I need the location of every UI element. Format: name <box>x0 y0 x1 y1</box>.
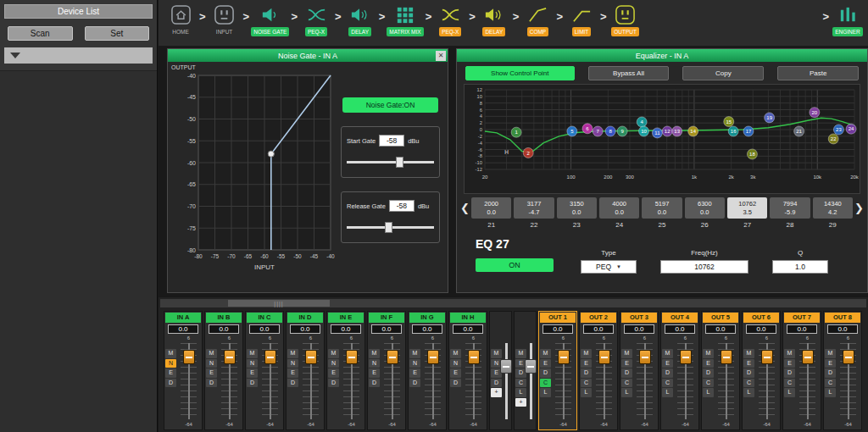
eq-button[interactable]: E <box>621 359 632 368</box>
mute-button[interactable]: M <box>581 349 592 358</box>
comp-button[interactable]: C <box>825 379 836 388</box>
limit-button[interactable]: L <box>825 388 836 397</box>
limit-button[interactable]: L <box>662 388 673 397</box>
eq-point-23[interactable]: 23 <box>833 125 843 135</box>
module-limit[interactable]: LIMIT <box>563 3 600 36</box>
channel-label[interactable]: IN E <box>328 313 364 323</box>
limit-button[interactable]: L <box>515 388 526 397</box>
delay-button[interactable]: D <box>450 379 461 388</box>
release-gate-slider[interactable] <box>347 221 434 234</box>
fader[interactable]: 6-64 <box>714 335 738 427</box>
fader-handle[interactable] <box>680 350 692 364</box>
eq-point-13[interactable]: 13 <box>672 126 682 136</box>
channel-label[interactable]: OUT 8 <box>825 313 860 323</box>
fader[interactable]: 6-64 <box>339 335 364 427</box>
channel-gain-value[interactable]: 0.0 <box>290 324 320 334</box>
comp-button[interactable]: C <box>581 379 592 388</box>
delay-button[interactable]: D <box>825 368 836 378</box>
eq-point-11[interactable]: 11 <box>652 128 662 138</box>
fader[interactable]: 6-64 <box>836 335 860 427</box>
mute-button[interactable]: M <box>409 349 420 358</box>
channel-label[interactable]: IN B <box>206 313 242 323</box>
set-button[interactable]: Set <box>85 26 150 41</box>
eq-button[interactable]: E <box>369 368 380 378</box>
show-control-point-button[interactable]: Show Control Point <box>465 66 575 80</box>
eq-button[interactable]: E <box>743 359 754 368</box>
release-gate-value[interactable]: -58 <box>389 200 415 212</box>
limit-button[interactable]: L <box>621 388 632 397</box>
eq-point-10[interactable]: 10 <box>638 126 648 136</box>
eq-point-5[interactable]: 5 <box>567 126 577 136</box>
fader[interactable]: 6-64 <box>673 335 698 427</box>
eq-on-button[interactable]: ON <box>476 258 554 272</box>
fader-handle[interactable] <box>721 350 732 364</box>
channel-gain-value[interactable]: 0.0 <box>209 324 239 334</box>
eq-button[interactable]: E <box>328 368 339 378</box>
fader[interactable]: 6-64 <box>551 335 576 427</box>
fader-handle[interactable] <box>264 350 276 364</box>
eq-button[interactable]: E <box>409 368 420 378</box>
module-delay[interactable]: DELAY <box>342 3 379 36</box>
delay-button[interactable]: D <box>247 379 258 388</box>
mute-button[interactable]: M <box>662 349 673 358</box>
fader-handle[interactable] <box>500 359 512 374</box>
eq-button[interactable]: E <box>450 368 461 378</box>
delay-button[interactable]: D <box>743 368 754 378</box>
fader-handle[interactable] <box>183 350 195 364</box>
channel-gain-value[interactable]: 0.0 <box>249 324 280 334</box>
eq-point-15[interactable]: 15 <box>724 117 734 127</box>
channel-label[interactable]: OUT 5 <box>703 313 738 323</box>
add-button[interactable]: + <box>515 398 526 407</box>
eq-point-1[interactable]: 1 <box>511 127 521 137</box>
module-peq-x[interactable]: PEQ-X <box>431 3 469 36</box>
fader-handle[interactable] <box>427 350 439 364</box>
eq-button[interactable]: E <box>540 359 551 368</box>
eq-button[interactable]: E <box>662 359 673 368</box>
eq-point-19[interactable]: 19 <box>765 113 775 123</box>
eq-button[interactable]: E <box>581 359 592 368</box>
fader-handle[interactable] <box>761 350 773 364</box>
eq-point-18[interactable]: 18 <box>747 149 757 159</box>
eq-point-7[interactable]: 7 <box>593 126 603 136</box>
fader-handle[interactable] <box>305 350 317 364</box>
band-cell-24[interactable]: 40000.0 <box>599 197 639 219</box>
limit-button[interactable]: L <box>540 388 551 397</box>
channel-gain-value[interactable]: 0.0 <box>787 324 817 334</box>
comp-button[interactable]: C <box>784 379 795 388</box>
module-matrix-mix[interactable]: MATRIX MIX <box>385 3 425 36</box>
channel-gain-value[interactable]: 0.0 <box>583 324 614 334</box>
add-button[interactable]: + <box>491 388 502 397</box>
delay-button[interactable]: D <box>662 368 673 378</box>
comp-button[interactable]: C <box>621 379 632 388</box>
noise-gate-button[interactable]: N <box>247 359 258 368</box>
band-cell-21[interactable]: 20000.0 <box>471 197 511 219</box>
fader[interactable]: 6-64 <box>592 335 616 427</box>
channel-gain-value[interactable]: 0.0 <box>624 324 654 334</box>
mute-button[interactable]: M <box>621 349 632 358</box>
delay-button[interactable]: D <box>491 379 502 388</box>
equalizer-title-bar[interactable]: Equalizer - IN A <box>457 49 867 62</box>
channel-label[interactable]: IN C <box>247 313 282 323</box>
start-gate-value[interactable]: -58 <box>379 135 404 147</box>
mute-button[interactable]: M <box>206 349 217 358</box>
mute-button[interactable]: M <box>328 349 339 358</box>
band-cell-25[interactable]: 51970.0 <box>642 197 682 219</box>
comp-button[interactable]: C <box>515 379 526 388</box>
eq-button[interactable]: E <box>703 359 714 368</box>
channel-label[interactable]: OUT 3 <box>621 313 657 323</box>
gate-knee-handle[interactable] <box>268 151 274 157</box>
band-cell-28[interactable]: 7994-5.9 <box>770 197 810 219</box>
band-cell-29[interactable]: 143404.2 <box>813 197 853 219</box>
band-cell-22[interactable]: 3177-4.7 <box>514 197 554 219</box>
eq-point-6[interactable]: 6 <box>582 124 593 134</box>
delay-button[interactable]: D <box>287 379 298 388</box>
fader[interactable]: 6-64 <box>632 335 657 427</box>
channel-gain-value[interactable]: 0.0 <box>412 324 442 334</box>
eq-point-24[interactable]: 24 <box>846 124 856 134</box>
channel-gain-value[interactable]: 0.0 <box>371 324 402 334</box>
eq-point-4[interactable]: 4 <box>637 117 647 127</box>
comp-button[interactable]: C <box>703 379 714 388</box>
eq-button[interactable]: E <box>287 368 298 378</box>
fader-handle[interactable] <box>843 350 854 364</box>
noise-gate-graph[interactable]: -40-45-50-55-60-65-70-75-80-80-75-70-65-… <box>168 62 337 282</box>
